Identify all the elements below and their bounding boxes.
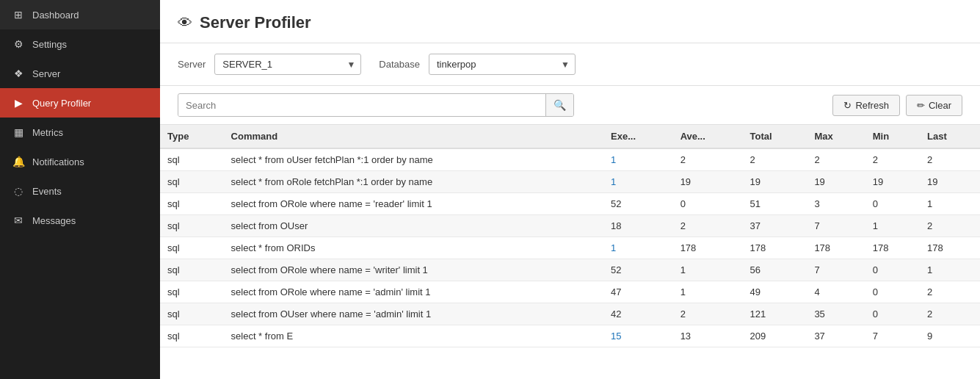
col-header-exe---: Exe... xyxy=(603,125,673,148)
cell-3-2: 18 xyxy=(603,215,673,237)
cell-0-0: sql xyxy=(160,148,224,171)
sidebar-item-query-profiler[interactable]: ▶ Query Profiler xyxy=(0,88,160,118)
cell-1-7: 19 xyxy=(920,171,980,193)
cell-8-6: 7 xyxy=(865,325,920,347)
table-header-row: TypeCommandExe...Ave...TotalMaxMinLast xyxy=(160,125,980,148)
sidebar-item-metrics[interactable]: ▦ Metrics xyxy=(0,118,160,147)
server-select[interactable]: SERVER_1 xyxy=(214,54,361,75)
cell-7-5: 35 xyxy=(807,303,865,325)
table-row[interactable]: sqlselect from ORole where name = 'write… xyxy=(160,259,980,281)
sidebar-item-label: Metrics xyxy=(32,127,63,138)
cell-8-5: 37 xyxy=(807,325,865,347)
table-row[interactable]: sqlselect * from E15132093779 xyxy=(160,325,980,347)
cell-6-7: 2 xyxy=(920,281,980,303)
col-header-min: Min xyxy=(865,125,920,148)
cell-5-7: 1 xyxy=(920,259,980,281)
settings-icon: ⚙ xyxy=(12,38,25,50)
search-bar-row: 🔍 ↻ Refresh ✏ Clear xyxy=(160,86,980,125)
cell-3-7: 2 xyxy=(920,215,980,237)
table-wrap: TypeCommandExe...Ave...TotalMaxMinLast s… xyxy=(160,125,980,379)
cell-3-0: sql xyxy=(160,215,224,237)
cell-5-3: 1 xyxy=(673,259,743,281)
cell-3-5: 7 xyxy=(807,215,865,237)
search-input[interactable] xyxy=(178,95,545,116)
cell-1-2[interactable]: 1 xyxy=(603,171,673,193)
cell-1-3: 19 xyxy=(673,171,743,193)
cell-0-4: 2 xyxy=(743,148,807,171)
cell-7-0: sql xyxy=(160,303,224,325)
cell-2-1: select from ORole where name = 'reader' … xyxy=(224,193,604,215)
sidebar-item-notifications[interactable]: 🔔 Notifications xyxy=(0,147,160,176)
table-row[interactable]: sqlselect * from oRole fetchPlan *:1 ord… xyxy=(160,171,980,193)
cell-1-1: select * from oRole fetchPlan *:1 order … xyxy=(224,171,604,193)
cell-2-7: 1 xyxy=(920,193,980,215)
sidebar-item-label: Server xyxy=(32,68,60,79)
cell-2-3: 0 xyxy=(673,193,743,215)
cell-5-5: 7 xyxy=(807,259,865,281)
table-row[interactable]: sqlselect * from ORIDs1178178178178178 xyxy=(160,237,980,259)
sidebar-item-settings[interactable]: ⚙ Settings xyxy=(0,29,160,59)
cell-6-3: 1 xyxy=(673,281,743,303)
refresh-label: Refresh xyxy=(855,100,889,111)
cell-6-4: 49 xyxy=(743,281,807,303)
table-row[interactable]: sqlselect from OUser where name = 'admin… xyxy=(160,303,980,325)
table-row[interactable]: sqlselect from OUser18237712 xyxy=(160,215,980,237)
database-field-group: Database tinkerpop ▼ xyxy=(379,54,576,75)
sidebar-item-label: Notifications xyxy=(32,156,84,167)
cell-2-2: 52 xyxy=(603,193,673,215)
cell-1-5: 19 xyxy=(807,171,865,193)
refresh-button[interactable]: ↻ Refresh xyxy=(832,95,900,116)
cell-1-4: 19 xyxy=(743,171,807,193)
sidebar-item-label: Settings xyxy=(32,39,67,50)
clear-label: Clear xyxy=(929,100,951,111)
events-icon: ◌ xyxy=(12,185,25,197)
cell-1-0: sql xyxy=(160,171,224,193)
page-header: 👁 Server Profiler xyxy=(160,0,980,43)
sidebar-item-server[interactable]: ❖ Server xyxy=(0,59,160,88)
cell-2-5: 3 xyxy=(807,193,865,215)
server-icon: ❖ xyxy=(12,68,25,79)
cell-6-1: select from ORole where name = 'admin' l… xyxy=(224,281,604,303)
server-dropdown-wrap: SERVER_1 ▼ xyxy=(214,54,361,75)
sidebar-item-label: Dashboard xyxy=(32,10,79,21)
cell-0-2[interactable]: 1 xyxy=(603,148,673,171)
cell-0-5: 2 xyxy=(807,148,865,171)
sidebar-item-label: Events xyxy=(32,186,62,197)
search-button[interactable]: 🔍 xyxy=(545,94,573,116)
cell-0-7: 2 xyxy=(920,148,980,171)
table-row[interactable]: sqlselect * from oUser fetchPlan *:1 ord… xyxy=(160,148,980,171)
sidebar-item-events[interactable]: ◌ Events xyxy=(0,176,160,206)
col-header-total: Total xyxy=(743,125,807,148)
col-header-type: Type xyxy=(160,125,224,148)
cell-7-3: 2 xyxy=(673,303,743,325)
cell-7-7: 2 xyxy=(920,303,980,325)
sidebar-item-messages[interactable]: ✉ Messages xyxy=(0,206,160,235)
cell-4-3: 178 xyxy=(673,237,743,259)
cell-7-1: select from OUser where name = 'admin' l… xyxy=(224,303,604,325)
metrics-icon: ▦ xyxy=(12,126,25,138)
cell-8-4: 209 xyxy=(743,325,807,347)
cell-4-0: sql xyxy=(160,237,224,259)
table-row[interactable]: sqlselect from ORole where name = 'admin… xyxy=(160,281,980,303)
profiler-table: TypeCommandExe...Ave...TotalMaxMinLast s… xyxy=(160,125,980,347)
cell-3-4: 37 xyxy=(743,215,807,237)
database-label: Database xyxy=(379,59,420,70)
cell-0-3: 2 xyxy=(673,148,743,171)
cell-8-7: 9 xyxy=(920,325,980,347)
clear-button[interactable]: ✏ Clear xyxy=(906,95,962,116)
cell-4-6: 178 xyxy=(865,237,920,259)
cell-6-0: sql xyxy=(160,281,224,303)
query-profiler-icon: ▶ xyxy=(12,97,25,109)
sidebar-item-dashboard[interactable]: ⊞ Dashboard xyxy=(0,0,160,29)
cell-5-6: 0 xyxy=(865,259,920,281)
notifications-icon: 🔔 xyxy=(12,156,25,167)
cell-4-2[interactable]: 1 xyxy=(603,237,673,259)
cell-6-2: 47 xyxy=(603,281,673,303)
table-body: sqlselect * from oUser fetchPlan *:1 ord… xyxy=(160,148,980,347)
cell-2-6: 0 xyxy=(865,193,920,215)
cell-5-4: 56 xyxy=(743,259,807,281)
cell-8-2[interactable]: 15 xyxy=(603,325,673,347)
server-label: Server xyxy=(178,59,206,70)
table-row[interactable]: sqlselect from ORole where name = 'reade… xyxy=(160,193,980,215)
database-select[interactable]: tinkerpop xyxy=(429,54,576,75)
